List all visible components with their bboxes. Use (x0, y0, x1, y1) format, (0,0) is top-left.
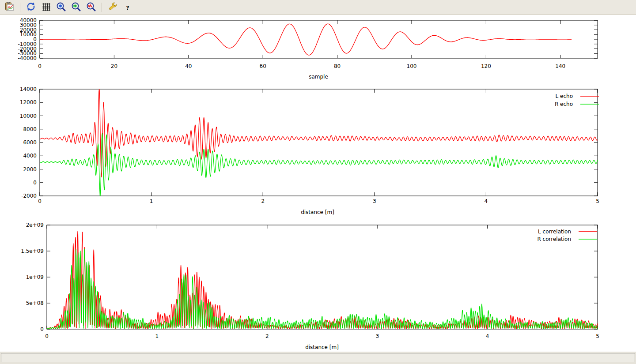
svg-text:1: 1 (150, 198, 153, 204)
svg-text:2: 2 (261, 198, 265, 204)
svg-text:0: 0 (38, 198, 42, 204)
svg-text:140: 140 (555, 63, 565, 69)
svg-text:4000: 4000 (23, 153, 37, 159)
plot-frame (40, 89, 598, 196)
toolbar-button-zoom-previous[interactable] (55, 1, 67, 13)
wrench-icon (108, 2, 117, 13)
legend-label-l-echo: L echo (556, 93, 573, 99)
svg-text:-40000: -40000 (18, 55, 37, 61)
svg-text:0: 0 (33, 180, 37, 186)
toolbar-button-replot[interactable] (25, 1, 37, 13)
toolbar-separator (102, 3, 102, 12)
series-r-echo (40, 133, 598, 195)
svg-text:1e+09: 1e+09 (26, 274, 44, 280)
svg-text:3: 3 (373, 198, 376, 204)
legend: L correlationR correlation (537, 229, 597, 242)
svg-text:6000: 6000 (23, 139, 37, 146)
legend-label-l-correlation: L correlation (538, 229, 571, 235)
svg-text:0: 0 (38, 63, 42, 69)
svg-text:5e+08: 5e+08 (26, 300, 44, 306)
series-l-correlation (47, 232, 598, 329)
svg-text:5: 5 (596, 198, 599, 204)
svg-text:-2000: -2000 (21, 193, 37, 199)
status-bar (1, 353, 635, 362)
x-axis-title: sample (309, 74, 328, 80)
svg-text:2000: 2000 (23, 166, 37, 173)
series-l-echo (40, 89, 598, 177)
pulse-plot[interactable]: 400003000020000100000-10000-20000-30000-… (0, 15, 636, 87)
legend-label-r-echo: R echo (555, 101, 573, 107)
zoom-next-icon (71, 2, 81, 13)
svg-text:2: 2 (265, 333, 269, 339)
svg-text:80: 80 (334, 63, 341, 69)
svg-text:60: 60 (260, 63, 266, 69)
toolbar-button-configure[interactable] (106, 1, 119, 13)
svg-text:0: 0 (45, 333, 49, 339)
x-axis-title: distance [m] (301, 209, 334, 215)
magnifier-chart-icon (86, 2, 96, 13)
axis-labels: 2e+091.5e+091e+095e+080012345distance [m… (21, 222, 599, 350)
svg-text:20: 20 (111, 63, 117, 69)
correlation-plot[interactable]: 2e+091.5e+091e+095e+080012345distance [m… (0, 219, 636, 352)
x-axis-title: distance [m] (305, 344, 339, 350)
axis-labels: 400003000020000100000-10000-20000-30000-… (18, 17, 565, 80)
plot-canvas: 400003000020000100000-10000-20000-30000-… (0, 15, 636, 352)
series-pulse (40, 24, 572, 55)
svg-text:12000: 12000 (20, 99, 37, 105)
svg-text:120: 120 (481, 63, 491, 69)
toolbar-button-copy-to-clipboard[interactable] (3, 1, 15, 13)
legend-label-r-correlation: R correlation (537, 236, 571, 242)
svg-text:1: 1 (155, 333, 159, 339)
gnuplot-window: ? 400003000020000100000-10000-20000-3000… (0, 0, 636, 364)
svg-text:40: 40 (185, 63, 192, 69)
statusbar-area (0, 352, 636, 364)
svg-text:5: 5 (596, 333, 599, 339)
svg-text:14000: 14000 (20, 87, 37, 92)
svg-text:3: 3 (375, 333, 379, 339)
help-icon: ? (123, 2, 132, 13)
toolbar-button-help[interactable]: ? (121, 1, 134, 13)
refresh-icon (26, 2, 36, 13)
svg-text:2e+09: 2e+09 (26, 222, 44, 228)
svg-text:?: ? (126, 4, 129, 11)
svg-text:10000: 10000 (20, 113, 37, 119)
toolbar: ? (0, 0, 636, 15)
svg-text:4: 4 (486, 333, 489, 339)
clipboard-chart-icon (4, 2, 14, 13)
svg-text:0: 0 (40, 326, 44, 332)
svg-text:100: 100 (407, 63, 417, 69)
legend: L echoR echo (555, 93, 599, 107)
svg-text:1.5e+09: 1.5e+09 (21, 248, 44, 254)
zoom-previous-icon (56, 2, 66, 13)
axis-ticks (40, 89, 598, 196)
plot-frame (47, 225, 598, 329)
echo-plot[interactable]: 14000120001000080006000400020000-2000012… (0, 87, 636, 219)
toolbar-button-toggle-grid[interactable] (40, 1, 52, 13)
axis-ticks (47, 225, 598, 329)
series-r-correlation (47, 249, 598, 329)
toolbar-separator (20, 3, 20, 12)
toolbar-button-zoom-next[interactable] (70, 1, 82, 13)
svg-text:4: 4 (485, 198, 488, 204)
toolbar-button-autoscale[interactable] (85, 1, 97, 13)
svg-text:8000: 8000 (23, 126, 37, 132)
grid-icon (41, 2, 51, 13)
